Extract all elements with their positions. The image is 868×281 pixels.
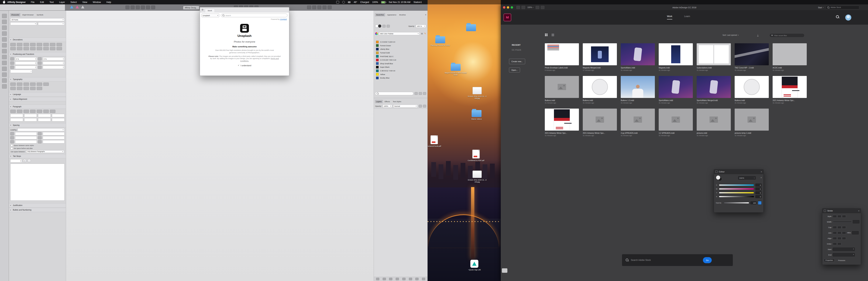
decorative-icon[interactable]	[131, 5, 135, 9]
close-window-button[interactable]	[503, 6, 505, 9]
zoom-level-select[interactable]: 100%▾	[527, 6, 534, 8]
sort-select[interactable]: Sort: Last opened▾	[722, 34, 739, 36]
decorative-icon[interactable]	[2, 67, 7, 71]
positioning-field[interactable]: ▴▾	[43, 66, 65, 69]
tab-glyph-browser[interactable]: Glyph Browser	[21, 13, 35, 17]
opacity-slider[interactable]	[724, 202, 749, 204]
apple-menu-icon[interactable]	[3, 1, 5, 3]
decorative-icon[interactable]	[837, 215, 841, 218]
spacing-field[interactable]	[43, 140, 65, 144]
recent-file-card[interactable]: Magnets Merged.indd 17 minutes ago	[583, 43, 617, 71]
tab-stop-position-field[interactable]: ▴▾	[10, 159, 22, 162]
channel-slider[interactable]	[719, 184, 754, 186]
panel-menu-icon[interactable]: ≡	[858, 210, 859, 212]
mitre-value-field[interactable]	[852, 231, 859, 235]
palette-select[interactable]: WB Color Palette▾	[379, 32, 420, 35]
spacing-field[interactable]	[15, 136, 37, 139]
decorative-icon[interactable]	[43, 110, 49, 113]
recent-file-card[interactable]: Buttons.indd 31 minutes ago	[545, 76, 579, 104]
layers-opacity-select[interactable]: 100%▾	[383, 104, 392, 108]
designer-persona-icon[interactable]	[70, 5, 73, 8]
swatch-view-icon[interactable]	[414, 92, 418, 95]
sidebar-item-recent[interactable]: RECENT	[512, 44, 521, 46]
decorative-icon[interactable]	[422, 278, 425, 280]
menu-clock[interactable]: Sat Nov 21 10:56 AM	[389, 1, 410, 3]
paragraph-field[interactable]	[10, 118, 23, 121]
recent-file-card[interactable]: 2021 Antwerp Winter Spo... 31 minutes ag…	[773, 76, 807, 104]
decorative-icon[interactable]	[10, 43, 16, 46]
layers-list[interactable]	[374, 108, 427, 277]
recent-file-card[interactable]: pictures temp 1.indd 31 minutes ago	[735, 108, 769, 136]
decorative-icon[interactable]	[37, 83, 42, 86]
width-value-field[interactable]	[853, 220, 859, 223]
decorative-icon[interactable]	[2, 26, 7, 30]
section-decorations[interactable]: ▾Decorations	[9, 38, 66, 42]
recent-file-card[interactable]: SportsMates Merged.indd 31 minutes ago	[697, 76, 731, 104]
grid-view-icon[interactable]	[545, 33, 548, 36]
swatch-search-input[interactable]	[375, 92, 413, 95]
menu-item[interactable]: Text	[50, 1, 54, 3]
recent-file-card[interactable]: Subscriptions.indd 31 minutes ago	[697, 43, 731, 71]
decorative-icon[interactable]	[30, 110, 36, 113]
status-icon[interactable]	[348, 1, 350, 3]
user-switcher[interactable]: Station1	[413, 1, 422, 3]
decorative-icon[interactable]	[30, 47, 36, 50]
tab-appearance[interactable]: Appearance	[386, 13, 398, 17]
recent-file-card[interactable]: ACDC.indd 31 minutes ago	[773, 43, 807, 71]
tab-symbols[interactable]: Symbols	[36, 13, 44, 17]
recent-file-card[interactable]: 1:2 SPREADS.indd 31 minutes ago	[659, 108, 693, 136]
swatch-row[interactable]: PANTONE 322 C	[374, 55, 427, 58]
decorative-icon[interactable]	[24, 87, 29, 90]
section-typography[interactable]: ▾Typography	[9, 77, 66, 82]
section-optical-alignment[interactable]: ▸Optical Alignment	[9, 97, 66, 101]
export-persona-icon[interactable]	[81, 5, 84, 8]
swatch-row[interactable]: Super Black	[374, 65, 427, 69]
decorative-icon[interactable]	[37, 87, 42, 90]
decorative-icon[interactable]	[10, 110, 16, 113]
decorative-icon[interactable]	[833, 231, 837, 234]
decorative-icon[interactable]	[837, 237, 841, 240]
positioning-field[interactable]: 0 %▴▾	[43, 57, 65, 61]
decorative-icon[interactable]	[322, 5, 327, 9]
decorative-icon[interactable]	[842, 226, 846, 229]
paragraph-field[interactable]	[52, 118, 65, 121]
decorative-icon[interactable]	[30, 43, 36, 46]
user-avatar[interactable]	[845, 14, 851, 21]
decorative-icon[interactable]	[50, 43, 55, 46]
paragraph-field[interactable]	[52, 114, 65, 117]
menu-item[interactable]: View	[82, 1, 87, 3]
decorative-icon[interactable]	[57, 47, 62, 50]
tab-effects[interactable]: Effects	[383, 100, 391, 103]
adobe-stock-search-bar[interactable]: Search Adobe Stock Go	[622, 254, 733, 266]
decorative-icon[interactable]	[837, 231, 841, 234]
tab-stops-list[interactable]	[10, 164, 65, 201]
desktop-icon[interactable]: ~Quote Sign.afd	[462, 260, 487, 271]
swatch-row[interactable]: C:0 M:100 Y:86 K:10	[374, 58, 427, 62]
section-justification[interactable]: ▸Justification	[9, 203, 66, 208]
decorative-icon[interactable]	[17, 43, 22, 46]
checkbox[interactable]	[11, 147, 13, 150]
tab-text-styles[interactable]: Text Styles	[392, 100, 402, 103]
decorative-icon[interactable]	[125, 5, 129, 9]
recent-file-card[interactable]: SportsMates.indd 31 minutes ago	[621, 43, 655, 71]
swatch-view-icon[interactable]	[419, 92, 422, 95]
decorative-icon[interactable]	[43, 83, 49, 86]
recent-file-card[interactable]: 4 pg SPREADS.indd 31 minutes ago	[621, 108, 655, 136]
decorative-icon[interactable]	[37, 47, 42, 50]
unsplash-link[interactable]: Unsplash	[280, 18, 287, 20]
decorative-icon[interactable]	[2, 72, 7, 77]
positioning-field[interactable]: ▴▾	[43, 61, 65, 65]
decorative-icon[interactable]	[2, 37, 7, 42]
decorative-icon[interactable]	[307, 5, 311, 9]
tab-character[interactable]: Character	[10, 13, 20, 17]
spacing-field[interactable]	[15, 132, 37, 135]
go-button[interactable]: Go	[703, 257, 712, 263]
tab-learn[interactable]: Learn	[684, 15, 690, 19]
recent-file-card[interactable]: pictures.indd 31 minutes ago	[697, 108, 731, 136]
channel-slider[interactable]	[719, 196, 754, 197]
opacity-select[interactable]: 100 %▾	[416, 25, 426, 28]
decorative-icon[interactable]	[17, 110, 22, 113]
decorative-icon[interactable]	[24, 83, 29, 86]
desktop-icon[interactable]: norwood book.pdf	[428, 135, 446, 147]
recent-file-card[interactable]: TMZ Const WP - 2.indd 31 minutes ago	[735, 43, 769, 71]
